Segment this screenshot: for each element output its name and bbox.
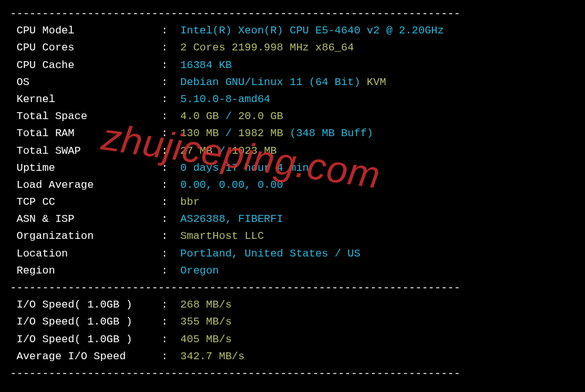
label-asn-isp: ASN & ISP [10,210,161,228]
colon: : [161,348,180,365]
row-location: Location : Portland, United States / US [10,245,575,262]
colon: : [161,57,180,74]
label-io-test1: I/O Speed( 1.0GB ) [10,296,161,313]
row-tcp-cc: TCP CC : bbr [10,193,575,210]
row-os: OS : Debian GNU/Linux 11 (64 Bit) KVM [10,74,575,91]
label-os: OS [10,74,161,91]
label-io-test2: I/O Speed( 1.0GB ) [10,313,161,330]
row-cpu-model: CPU Model : Intel(R) Xeon(R) CPU E5-4640… [10,22,575,39]
label-total-swap: Total SWAP [10,142,161,159]
row-kernel: Kernel : 5.10.0-8-amd64 [10,91,575,108]
value-kernel: 5.10.0-8-amd64 [180,91,575,108]
value-io-test3: 405 MB/s [180,331,575,348]
colon: : [161,74,180,91]
row-uptime: Uptime : 0 days 17 hour 4 min [10,159,575,176]
row-cpu-cores: CPU Cores : 2 Cores 2199.998 MHz x86_64 [10,39,575,56]
label-kernel: Kernel [10,91,161,108]
value-region: Oregon [180,262,575,279]
value-cpu-model: Intel(R) Xeon(R) CPU E5-4640 v2 @ 2.20GH… [180,22,575,39]
divider-top: ----------------------------------------… [10,5,575,22]
colon: : [161,193,180,210]
label-organization: Organization [10,228,161,245]
label-cpu-model: CPU Model [10,22,161,39]
row-io-test1: I/O Speed( 1.0GB ) : 268 MB/s [10,296,575,313]
row-asn-isp: ASN & ISP : AS26388, FIBERFI [10,210,575,228]
colon: : [161,245,180,262]
value-asn-isp: AS26388, FIBERFI [180,210,575,228]
value-io-avg: 342.7 MB/s [180,348,575,365]
colon: : [161,108,180,125]
value-location: Portland, United States / US [180,245,575,262]
row-load-avg: Load Average : 0.00, 0.00, 0.00 [10,176,575,193]
label-region: Region [10,262,161,279]
colon: : [161,176,180,193]
value-total-swap: 27 MB / 1023 MB [180,142,575,159]
label-total-ram: Total RAM [10,125,161,142]
value-load-avg: 0.00, 0.00, 0.00 [180,176,575,193]
colon: : [161,228,180,245]
colon: : [161,296,180,313]
value-io-test1: 268 MB/s [180,296,575,313]
label-load-avg: Load Average [10,176,161,193]
value-uptime: 0 days 17 hour 4 min [180,159,575,176]
colon: : [161,125,180,142]
value-tcp-cc: bbr [180,193,575,210]
colon: : [161,91,180,108]
label-total-space: Total Space [10,108,161,125]
colon: : [161,262,180,279]
colon: : [161,331,180,348]
colon: : [161,22,180,39]
row-total-ram: Total RAM : 130 MB / 1982 MB (348 MB Buf… [10,125,575,142]
colon: : [161,39,180,56]
value-total-ram: 130 MB / 1982 MB (348 MB Buff) [180,125,575,142]
label-tcp-cc: TCP CC [10,193,161,210]
label-uptime: Uptime [10,159,161,176]
colon: : [161,159,180,176]
divider-bottom: ----------------------------------------… [10,365,575,382]
label-cpu-cores: CPU Cores [10,39,161,56]
value-io-test2: 355 MB/s [180,313,575,330]
value-cpu-cores: 2 Cores 2199.998 MHz x86_64 [180,39,575,56]
colon: : [161,142,180,159]
row-organization: Organization : SmartHost LLC [10,228,575,245]
value-os: Debian GNU/Linux 11 (64 Bit) KVM [180,74,575,91]
value-organization: SmartHost LLC [180,228,575,245]
colon: : [161,313,180,330]
row-io-test2: I/O Speed( 1.0GB ) : 355 MB/s [10,313,575,330]
row-total-space: Total Space : 4.0 GB / 20.0 GB [10,108,575,125]
label-io-avg: Average I/O Speed [10,348,161,365]
value-cpu-cache: 16384 KB [180,57,575,74]
row-io-avg: Average I/O Speed : 342.7 MB/s [10,348,575,365]
row-region: Region : Oregon [10,262,575,279]
row-cpu-cache: CPU Cache : 16384 KB [10,57,575,74]
label-location: Location [10,245,161,262]
divider-mid: ----------------------------------------… [10,279,575,296]
value-total-space: 4.0 GB / 20.0 GB [180,108,575,125]
label-cpu-cache: CPU Cache [10,57,161,74]
colon: : [161,210,180,228]
label-io-test3: I/O Speed( 1.0GB ) [10,331,161,348]
row-total-swap: Total SWAP : 27 MB / 1023 MB [10,142,575,159]
row-io-test3: I/O Speed( 1.0GB ) : 405 MB/s [10,331,575,348]
